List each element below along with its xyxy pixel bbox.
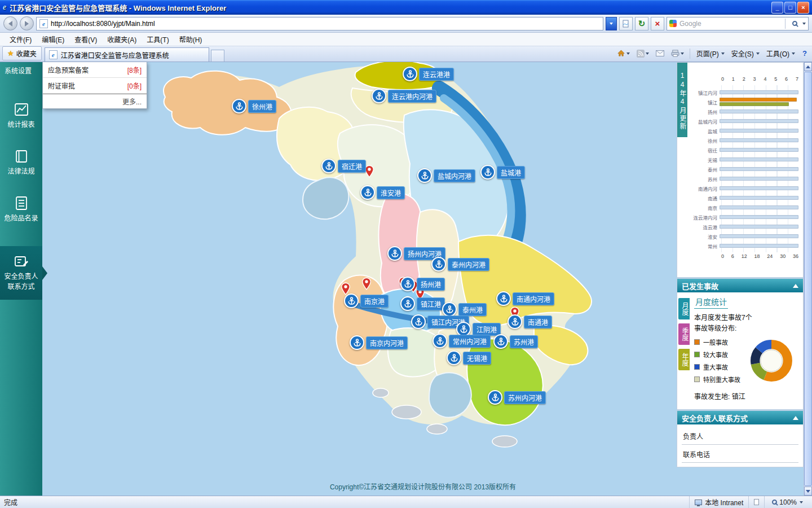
update-chart-row: 南通内河 xyxy=(689,183,798,193)
menu-item[interactable]: 查看(V) xyxy=(69,33,102,46)
port-marker[interactable]: 连云港内河港 xyxy=(372,89,436,103)
anchor-icon xyxy=(488,390,502,405)
port-label: 苏州港 xyxy=(510,335,538,348)
status-text: 完成 xyxy=(4,497,17,507)
search-input[interactable]: Google xyxy=(667,17,809,30)
port-marker[interactable]: 南通内河港 xyxy=(496,291,554,306)
port-marker[interactable]: 南京港 xyxy=(344,294,389,308)
collapse-icon[interactable] xyxy=(793,284,798,288)
address-dropdown-button[interactable] xyxy=(606,17,617,30)
copyright-text: Copyright©江苏省交通规划设计院股份有限公司 2013版权所有 xyxy=(42,481,804,491)
port-marker[interactable]: 常州内河港 xyxy=(433,334,491,348)
map-area[interactable]: 连云港港连云港内河港徐州港宿迁港盐城内河港盐城港淮安港扬州内河港泰州内河港扬州港… xyxy=(42,62,677,496)
accident-panel-header[interactable]: 已发生事故 xyxy=(677,279,803,292)
menu-item[interactable]: 收藏夹(A) xyxy=(102,33,142,46)
update-chart-row: 泰州 xyxy=(689,164,798,174)
port-marker[interactable]: 南通港 xyxy=(508,314,552,329)
print-button[interactable] xyxy=(668,48,687,59)
forward-button[interactable] xyxy=(20,16,34,30)
refresh-button[interactable]: ↻ xyxy=(635,17,648,30)
chevron-down-icon xyxy=(756,52,760,55)
update-chart-row: 无锡 xyxy=(689,155,798,164)
update-chart-row: 连云港 xyxy=(689,222,798,231)
accident-summary: 本月度发生事故7个 xyxy=(694,312,798,322)
scroll-down-button[interactable] xyxy=(804,487,812,496)
contact-icon xyxy=(14,254,29,269)
compatibility-view-button[interactable] xyxy=(619,17,633,30)
anchor-icon xyxy=(493,334,508,349)
legend-item: 一般事故 xyxy=(694,338,744,347)
back-button[interactable] xyxy=(3,16,17,30)
restore-button[interactable]: □ xyxy=(784,2,796,14)
accident-donut xyxy=(744,334,798,388)
minimize-button[interactable]: _ xyxy=(771,2,783,14)
toolbar-menu[interactable]: 安全(S) xyxy=(728,47,763,60)
port-marker[interactable]: 苏州内河港 xyxy=(488,390,546,405)
accident-dist-label: 事故等级分布: xyxy=(694,323,798,332)
page-mode-icon xyxy=(754,499,759,505)
sidebar-item[interactable]: 法律法规 xyxy=(0,146,42,180)
more-link[interactable]: 更多... xyxy=(43,94,147,108)
list-icon xyxy=(14,196,29,211)
accident-tab[interactable]: 年度 xyxy=(678,349,690,370)
sidebar-item-system-settings[interactable]: 系统设置 xyxy=(0,62,42,78)
home-button[interactable] xyxy=(614,47,633,59)
legend-item: 较大事故 xyxy=(694,350,744,359)
window-title: 江苏省港口安全监管与应急管理系统 - Windows Internet Expl… xyxy=(10,2,226,13)
contact-panel-header[interactable]: 安全负责人联系方式 xyxy=(677,411,803,424)
tab-active[interactable]: e 江苏省港口安全监管与应急管理系统 xyxy=(45,47,209,62)
new-tab-button[interactable] xyxy=(211,50,224,62)
menu-bar: 文件(F)编辑(E)查看(V)收藏夹(A)工具(T)帮助(H) xyxy=(0,33,812,46)
anchor-icon xyxy=(433,334,447,348)
menu-item[interactable]: 文件(F) xyxy=(5,33,37,46)
port-marker[interactable]: 盐城内河港 xyxy=(417,168,475,183)
port-marker[interactable]: 南京内河港 xyxy=(350,335,408,350)
toolbar-menu[interactable]: 工具(O) xyxy=(763,47,798,60)
scroll-up-button[interactable] xyxy=(804,62,812,71)
port-marker[interactable]: 盐城港 xyxy=(480,165,525,179)
port-label: 无锡港 xyxy=(463,352,491,365)
sidebar-item-label: 危险品名录 xyxy=(4,214,38,222)
collapse-icon[interactable] xyxy=(793,416,798,420)
address-input[interactable]: e http://localhost:8080/yjpt/Main.html xyxy=(36,17,603,30)
port-label: 扬州港 xyxy=(417,278,445,291)
port-marker[interactable]: 连云港港 xyxy=(403,67,454,81)
port-marker[interactable]: 扬州港 xyxy=(400,277,445,291)
favorites-button[interactable]: ★ 收藏夹 xyxy=(2,46,42,60)
update-chart-row: 宿迁 xyxy=(689,145,798,155)
status-zoom[interactable]: 100% xyxy=(764,496,808,508)
search-icon[interactable] xyxy=(792,21,797,26)
port-marker[interactable]: 宿迁港 xyxy=(321,159,366,173)
port-marker[interactable]: 泰州内河港 xyxy=(431,257,489,271)
quick-panel-row[interactable]: 附证审批[0条] xyxy=(43,78,147,94)
feeds-button[interactable] xyxy=(634,48,652,59)
menu-item[interactable]: 编辑(E) xyxy=(37,33,69,46)
help-button[interactable]: ? xyxy=(800,48,810,59)
scrollbar-thumb[interactable] xyxy=(804,72,812,486)
update-chart-row: 常州 xyxy=(689,241,798,251)
port-marker[interactable]: 徐州港 xyxy=(232,99,276,113)
menu-item[interactable]: 帮助(H) xyxy=(174,33,208,46)
arrow-down-icon xyxy=(806,490,810,493)
update-chart-row: 徐州 xyxy=(689,135,798,145)
sidebar-item[interactable]: 危险品名录 xyxy=(0,192,42,227)
search-options-caret-icon[interactable] xyxy=(802,23,806,25)
vertical-scrollbar[interactable] xyxy=(804,62,812,496)
close-button[interactable]: × xyxy=(797,2,809,14)
port-marker[interactable]: 苏州港 xyxy=(493,334,538,349)
mail-button[interactable] xyxy=(653,49,667,58)
port-marker[interactable]: 淮安港 xyxy=(360,185,405,200)
stop-button[interactable]: × xyxy=(651,17,664,30)
toolbar-menu[interactable]: 页面(P) xyxy=(693,47,728,60)
menu-item[interactable]: 工具(T) xyxy=(142,33,174,46)
chevron-down-icon xyxy=(792,52,795,55)
port-marker[interactable]: 镇江港 xyxy=(400,296,445,311)
port-marker[interactable]: 无锡港 xyxy=(447,351,491,365)
quick-panel-row[interactable]: 应急预案备案[8条] xyxy=(43,62,147,78)
sidebar-item[interactable]: 安全负责人 联系方式 xyxy=(0,246,42,300)
arrow-up-icon xyxy=(806,65,810,68)
accident-tab[interactable]: 月度 xyxy=(678,298,690,319)
accident-tab[interactable]: 季度 xyxy=(678,323,690,345)
sidebar-item[interactable]: 统计报表 xyxy=(0,99,42,133)
chevron-down-icon xyxy=(721,52,725,55)
